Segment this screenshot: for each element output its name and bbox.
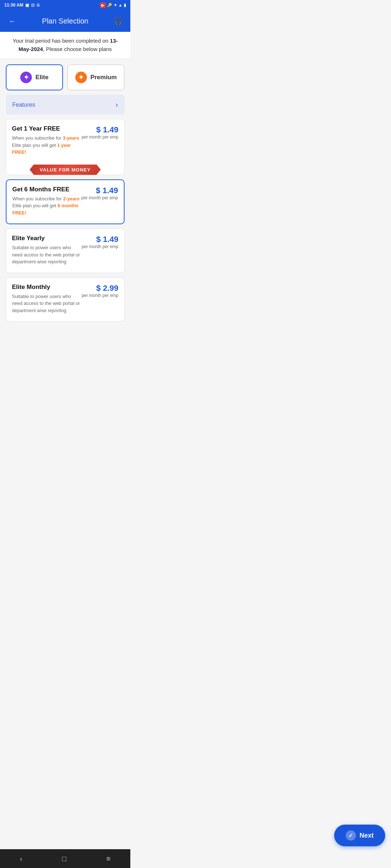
- plan-desc2-text1: When you subscribe for: [12, 196, 63, 201]
- plan-card-6months-free[interactable]: Get 6 Months FREE When you subscribe for…: [6, 179, 125, 225]
- plan-card-elite-yearly[interactable]: Elite Yearly Suitable to power users who…: [6, 229, 125, 273]
- back-button[interactable]: ←: [6, 17, 19, 25]
- plan-desc-6months-free: When you subscribe for 2-years Elite pla…: [12, 195, 81, 217]
- plan-desc-year-free: When you subscribe for 3-years Elite pla…: [12, 135, 82, 156]
- features-arrow-icon: ›: [115, 101, 118, 109]
- plan-title-elite-monthly: Elite Monthly: [12, 284, 82, 291]
- screen-record-icon: ▣: [25, 3, 29, 8]
- elite-tab-icon: ✦: [20, 72, 32, 83]
- plan-desc2-text2: Elite plan you will get: [12, 203, 58, 208]
- plan-price-sub-6months: per month per emp: [81, 195, 118, 200]
- plan-price-sub-year-free: per month per emp: [82, 135, 118, 140]
- plan-title-year-free: Get 1 Year FREE: [12, 125, 82, 132]
- page-title: Plan Selection: [19, 17, 112, 25]
- plan-highlight-3years: 3-years: [63, 135, 79, 141]
- tab-elite[interactable]: ✦ Elite: [6, 64, 63, 90]
- plan-desc-elite-yearly: Suitable to power users who need access …: [12, 244, 82, 265]
- bluetooth-icon: ✦: [114, 3, 117, 8]
- trial-notice: Your trial period has been completed on …: [0, 32, 130, 59]
- wifi-icon: ▲: [118, 3, 122, 7]
- plan-card-elite-monthly[interactable]: Elite Monthly Suitable to power users wh…: [6, 277, 125, 322]
- plan-price-sub-elite-yearly: per month per emp: [82, 244, 118, 249]
- plan-highlight-2years: 2-years: [63, 196, 80, 201]
- premium-tab-label: Premium: [91, 74, 117, 81]
- status-bar: 11:30 AM ▣ ⊡ G ▶ 🔑 ✦ ▲ ▮: [0, 0, 130, 10]
- plan-cards-container: Get 1 Year FREE When you subscribe for 3…: [0, 119, 130, 358]
- features-label: Features: [12, 102, 35, 108]
- plan-tabs: ✦ Elite ✦ Premium: [0, 59, 130, 90]
- key-icon: 🔑: [107, 3, 112, 8]
- headphone-icon[interactable]: 🎧: [112, 17, 125, 25]
- page-header: ← Plan Selection 🎧: [0, 10, 130, 32]
- plan-desc-text2: Elite plan you will get: [12, 142, 57, 148]
- plan-title-6months-free: Get 6 Months FREE: [12, 186, 81, 193]
- plan-title-elite-yearly: Elite Yearly: [12, 235, 82, 242]
- plan-price-year-free: $ 1.49: [82, 125, 118, 135]
- trial-text-1: Your trial period has been completed on: [13, 38, 110, 44]
- battery-icon: ▮: [124, 3, 126, 8]
- plan-price-elite-monthly: $ 2.99: [82, 284, 118, 293]
- plan-price-6months: $ 1.49: [81, 186, 118, 195]
- trial-text-2: , Please choose below plans: [43, 46, 112, 52]
- value-badge: VALUE FOR MONEY: [30, 165, 101, 175]
- premium-tab-icon: ✦: [75, 72, 87, 83]
- status-time: 11:30 AM: [4, 3, 23, 8]
- features-bar[interactable]: Features ›: [6, 95, 125, 115]
- plan-desc-elite-monthly: Suitable to power users who need access …: [12, 293, 82, 314]
- plan-price-sub-elite-monthly: per month per emp: [82, 293, 118, 298]
- value-badge-wrapper: VALUE FOR MONEY: [6, 165, 124, 175]
- plan-price-elite-yearly: $ 1.49: [82, 235, 118, 244]
- cast-icon: ⊡: [31, 3, 34, 8]
- plan-desc-text1: When you subscribe for: [12, 135, 63, 141]
- elite-tab-label: Elite: [35, 74, 49, 81]
- plan-card-year-free[interactable]: Get 1 Year FREE When you subscribe for 3…: [6, 119, 125, 175]
- video-icon: ▶: [100, 3, 106, 8]
- g-icon: G: [37, 3, 40, 7]
- tab-premium[interactable]: ✦ Premium: [67, 64, 125, 90]
